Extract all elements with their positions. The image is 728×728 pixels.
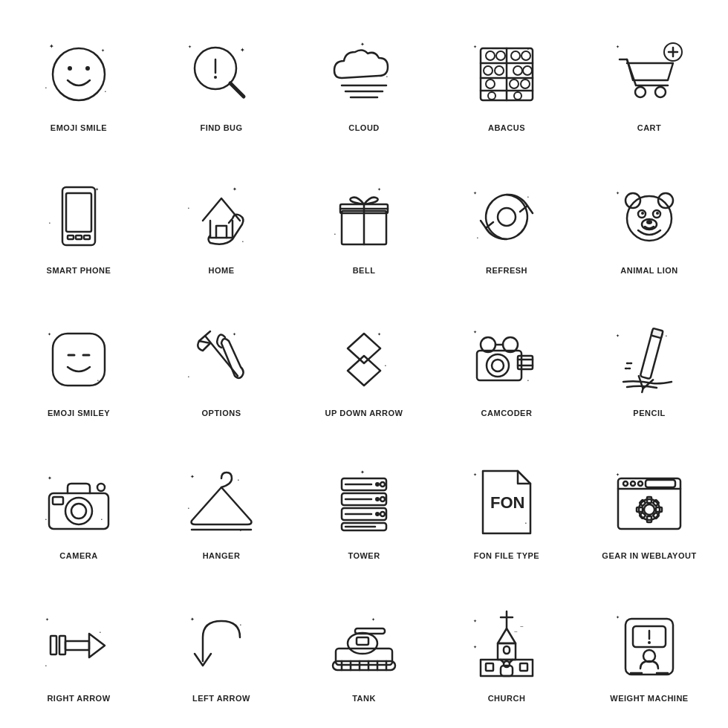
svg-rect-47: [66, 193, 91, 232]
tower-icon: ✦ •: [319, 458, 409, 547]
svg-point-196: [643, 650, 655, 662]
icon-cell-emoji-smiley: ✦ • EMOJI SMILEY: [7, 293, 150, 435]
svg-text:•: •: [527, 378, 529, 383]
svg-rect-49: [76, 235, 82, 239]
svg-rect-184: [520, 663, 527, 671]
svg-rect-174: [357, 637, 368, 645]
svg-text:✦: ✦: [48, 332, 51, 337]
svg-text:✦: ✦: [190, 474, 195, 479]
svg-text:✦: ✦: [190, 617, 195, 622]
svg-point-123: [380, 482, 385, 487]
svg-text:•: •: [101, 517, 103, 521]
svg-marker-85: [348, 334, 380, 363]
svg-text:•: •: [242, 239, 244, 244]
icon-cell-weight-machine: ✦ WEIGHT MACHINE: [578, 578, 721, 721]
svg-rect-157: [51, 636, 56, 654]
svg-text:•: •: [666, 334, 667, 338]
church-icon: ✦ ~: [462, 600, 551, 689]
refresh-label: REFRESH: [486, 266, 527, 275]
svg-point-34: [510, 79, 519, 88]
abacus-icon: ✦ •: [462, 30, 551, 119]
refresh-icon: ✦ • •: [462, 172, 551, 261]
abacus-label: ABACUS: [488, 123, 525, 132]
svg-point-122: [375, 482, 380, 487]
icon-cell-camera: ✦ • • CAMERA: [7, 435, 150, 578]
svg-point-63: [498, 208, 516, 226]
right-arrow-label: RIGHT ARROW: [47, 694, 110, 703]
svg-point-33: [486, 79, 495, 88]
cart-label: CART: [637, 123, 662, 132]
emoji-smile-label: EMOJI SMILE: [51, 123, 107, 132]
icon-cell-animal-lion: ✦ ANIMAL LION: [578, 150, 721, 293]
svg-text:•: •: [477, 235, 478, 240]
svg-point-142: [638, 481, 643, 486]
svg-text:✦: ✦: [360, 469, 365, 475]
svg-text:✦: ✦: [616, 472, 620, 477]
svg-text:✦: ✦: [48, 475, 52, 481]
svg-text:✦: ✦: [49, 43, 54, 50]
cloud-label: CLOUD: [348, 123, 380, 132]
up-down-arrow-icon: ✦ •: [319, 315, 409, 404]
svg-point-91: [492, 360, 504, 371]
svg-text:✦: ✦: [188, 45, 192, 49]
svg-point-43: [655, 87, 666, 97]
svg-text:✦: ✦: [377, 187, 381, 192]
bell-label: BELL: [353, 266, 376, 275]
svg-rect-143: [646, 480, 675, 487]
weight-machine-icon: ✦: [605, 600, 694, 689]
svg-text:✦: ✦: [45, 617, 49, 622]
svg-text:✦: ✦: [233, 186, 237, 192]
left-arrow-icon: ✦ •: [177, 600, 266, 689]
tank-label: TANK: [352, 694, 376, 703]
tower-label: TOWER: [348, 551, 380, 560]
svg-text:•: •: [45, 663, 47, 668]
icon-cell-left-arrow: ✦ • LEFT ARROW: [150, 578, 293, 721]
animal-lion-label: ANIMAL LION: [620, 266, 677, 275]
svg-rect-110: [53, 497, 63, 504]
svg-point-131: [380, 512, 385, 516]
icon-cell-abacus: ✦ •: [435, 7, 578, 150]
svg-rect-151: [653, 512, 659, 518]
svg-rect-180: [504, 646, 510, 654]
svg-text:•: •: [188, 506, 189, 510]
svg-text:✦: ✦: [616, 45, 620, 49]
emoji-smile-icon: ✦ ✦ • •: [34, 30, 123, 119]
home-label: HOME: [209, 266, 235, 275]
camera-icon: ✦ • •: [34, 458, 123, 547]
svg-point-109: [71, 504, 86, 519]
svg-point-126: [375, 497, 380, 501]
svg-text:•: •: [45, 85, 47, 90]
svg-point-26: [496, 51, 505, 60]
icon-cell-bell: ✦ • BELL: [293, 150, 435, 293]
svg-rect-166: [336, 649, 392, 665]
svg-text:•: •: [100, 630, 101, 634]
svg-text:•: •: [527, 195, 529, 199]
svg-marker-178: [498, 628, 516, 643]
cart-icon: ✦: [605, 30, 694, 119]
smart-phone-label: SMART PHONE: [47, 266, 111, 275]
svg-text:✦: ✦: [616, 615, 620, 620]
fon-file-type-icon: ✦ • FON: [462, 458, 551, 547]
svg-text:✦: ✦: [473, 45, 477, 49]
svg-rect-159: [65, 641, 89, 650]
pencil-label: PENCIL: [633, 409, 665, 417]
svg-text:•: •: [105, 89, 106, 94]
weight-machine-label: WEIGHT MACHINE: [610, 694, 688, 703]
smart-phone-icon: ✦ •: [34, 172, 123, 261]
svg-point-11: [214, 76, 217, 79]
hanger-label: HANGER: [203, 551, 241, 560]
svg-point-30: [495, 66, 504, 75]
svg-text:~: ~: [514, 628, 518, 635]
svg-point-36: [488, 92, 495, 100]
emoji-smiley-icon: ✦ •: [34, 315, 123, 404]
find-bug-label: FIND BUG: [200, 123, 242, 132]
camcoder-label: CAMCODER: [481, 409, 533, 417]
svg-text:✦: ✦: [473, 330, 477, 334]
svg-point-28: [521, 51, 530, 60]
svg-point-165: [348, 633, 377, 654]
svg-text:•: •: [45, 517, 47, 521]
svg-text:•: •: [240, 623, 241, 627]
icon-cell-church: ✦ ~: [435, 578, 578, 721]
svg-point-37: [514, 92, 521, 100]
icon-cell-find-bug: ✦ ✦ FIND BUG: [150, 7, 293, 150]
